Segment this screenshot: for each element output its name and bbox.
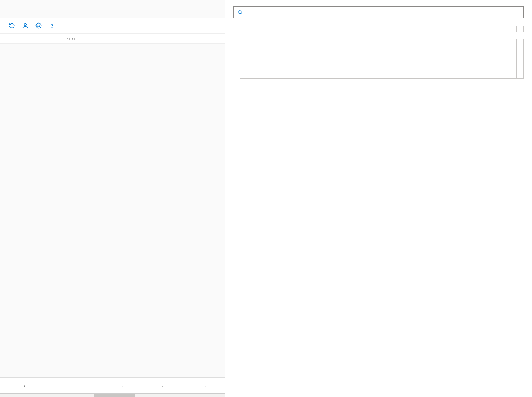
table-header: ↑↓ ↑↓ ↑↓ ↑↓ bbox=[0, 377, 225, 393]
sort-icon[interactable]: ↑↓ bbox=[202, 383, 209, 388]
search-icon bbox=[237, 9, 243, 15]
svg-point-5 bbox=[238, 11, 241, 14]
horizontal-scrollbar[interactable] bbox=[0, 393, 225, 397]
help-icon[interactable] bbox=[48, 22, 56, 29]
search-input[interactable] bbox=[233, 6, 524, 18]
smiley-icon[interactable] bbox=[35, 22, 42, 29]
field-value-id-s bbox=[240, 39, 524, 79]
details-panel bbox=[225, 0, 532, 397]
summary-header: ↑↓ ↑↓ bbox=[0, 34, 225, 44]
refresh-icon[interactable] bbox=[8, 22, 15, 29]
svg-point-4 bbox=[52, 27, 52, 27]
sort-icon[interactable]: ↑↓ bbox=[21, 383, 29, 388]
sort-icon[interactable]: ↑↓ bbox=[66, 37, 70, 41]
sort-icon[interactable]: ↑↓ bbox=[160, 383, 167, 388]
svg-point-2 bbox=[38, 25, 38, 25]
svg-point-3 bbox=[39, 25, 40, 25]
svg-point-1 bbox=[36, 23, 41, 28]
field-value-clientinfo bbox=[240, 26, 524, 32]
left-panel: ↑↓ ↑↓ ↑↓ ↑↓ ↑↓ ↑↓ bbox=[0, 0, 225, 397]
svg-point-0 bbox=[24, 23, 27, 26]
sort-icon[interactable]: ↑↓ bbox=[119, 383, 126, 388]
toolbar bbox=[0, 18, 225, 34]
sort-icon[interactable]: ↑↓ bbox=[72, 37, 76, 41]
user-outline-icon[interactable] bbox=[22, 22, 29, 29]
